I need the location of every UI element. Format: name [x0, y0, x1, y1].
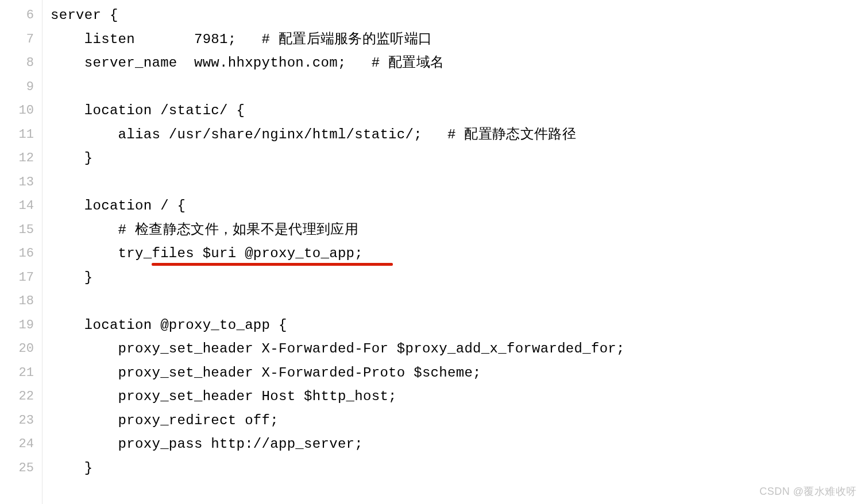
line-number: 16: [0, 242, 42, 266]
code-line: location @proxy_to_app {: [51, 313, 865, 338]
code-editor: 6 7 8 9 10 11 12 13 14 15 16 17 18 19 20…: [0, 0, 865, 504]
line-number: 8: [0, 51, 42, 75]
code-line: server_name www.hhxpython.com; # 配置域名: [51, 51, 865, 75]
line-number: 20: [0, 337, 42, 361]
line-number: 14: [0, 194, 42, 218]
line-number: 19: [0, 313, 42, 338]
code-line: location /static/ {: [51, 99, 865, 123]
code-area: server { listen 7981; # 配置后端服务的监听端口 serv…: [43, 0, 865, 504]
code-line: proxy_pass http://app_server;: [51, 432, 865, 456]
line-number: 12: [0, 146, 42, 170]
code-line: proxy_set_header X-Forwarded-Proto $sche…: [51, 361, 865, 385]
highlight-underline: [152, 263, 393, 266]
code-line: }: [51, 266, 865, 290]
code-line: listen 7981; # 配置后端服务的监听端口: [51, 28, 865, 52]
code-line: [51, 75, 865, 99]
code-line: }: [51, 146, 865, 170]
line-number-gutter: 6 7 8 9 10 11 12 13 14 15 16 17 18 19 20…: [0, 0, 43, 504]
line-number: 6: [0, 3, 42, 28]
line-number: 22: [0, 385, 42, 409]
watermark-text: CSDN @覆水难收呀: [759, 484, 857, 498]
line-number: 13: [0, 170, 42, 195]
line-number: 17: [0, 266, 42, 290]
line-number: 25: [0, 456, 42, 480]
code-line: [51, 170, 865, 195]
line-number: 7: [0, 28, 42, 52]
code-line: try_files $uri @proxy_to_app;: [51, 242, 865, 266]
code-line: alias /usr/share/nginx/html/static/; # 配…: [51, 123, 865, 147]
line-number: 15: [0, 218, 42, 242]
code-line: location / {: [51, 194, 865, 218]
code-line: proxy_set_header X-Forwarded-For $proxy_…: [51, 337, 865, 361]
code-line: # 检查静态文件，如果不是代理到应用: [51, 218, 865, 242]
line-number: 10: [0, 99, 42, 123]
code-line: }: [51, 456, 865, 480]
code-line: [51, 289, 865, 313]
line-number: 18: [0, 289, 42, 313]
line-number: 11: [0, 123, 42, 147]
line-number: 21: [0, 361, 42, 385]
line-number: 24: [0, 432, 42, 456]
line-number: 9: [0, 75, 42, 99]
code-line: proxy_set_header Host $http_host;: [51, 385, 865, 409]
code-line: server {: [51, 3, 865, 28]
line-number: 23: [0, 409, 42, 433]
code-line: proxy_redirect off;: [51, 409, 865, 433]
